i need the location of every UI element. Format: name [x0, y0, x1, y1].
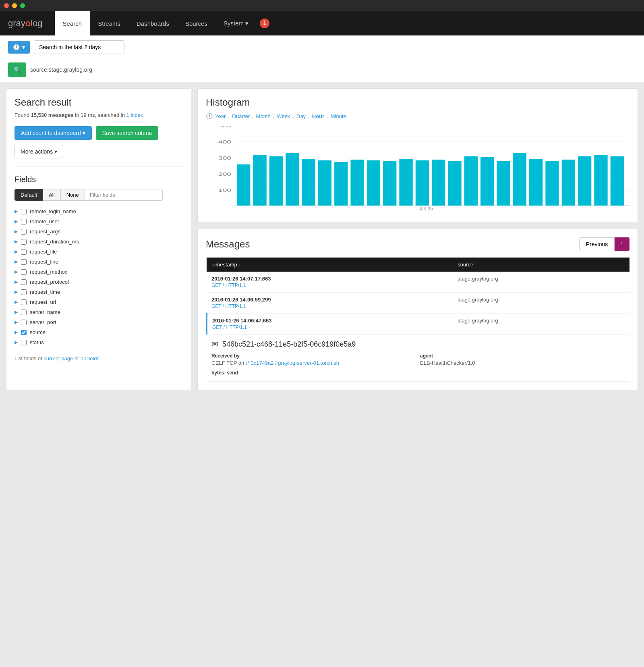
message-detail-cell: ✉ 546bc521-c468-11e5-b2f5-06c919f0e5a9 R… [207, 335, 630, 382]
svg-rect-16 [318, 160, 331, 206]
field-checkbox-request-args[interactable] [21, 229, 27, 235]
chevron-right-icon[interactable]: ▶ [14, 340, 18, 345]
brand-text-gray: gray [8, 18, 25, 29]
svg-rect-23 [432, 160, 445, 206]
svg-rect-31 [562, 160, 575, 206]
svg-rect-17 [334, 162, 348, 206]
field-label: request_method [30, 269, 68, 275]
chevron-right-icon[interactable]: ▶ [14, 310, 18, 315]
pagination: Previous 1 [579, 237, 630, 251]
field-checkbox-request-line[interactable] [21, 259, 27, 265]
source-column-header: source [453, 258, 630, 272]
field-label: request_file [30, 249, 57, 255]
field-checkbox-request-time[interactable] [21, 289, 27, 295]
list-item: ▶ remote_login_name [14, 206, 183, 216]
histo-month-link[interactable]: Month [256, 113, 271, 119]
field-checkbox-server-port[interactable] [21, 320, 27, 325]
field-label: request_duration_ms [30, 239, 79, 245]
chevron-right-icon[interactable]: ▶ [14, 279, 18, 285]
svg-rect-19 [367, 160, 380, 206]
chevron-right-icon[interactable]: ▶ [14, 249, 18, 254]
histo-quarter-link[interactable]: Quarter [232, 113, 250, 119]
message-link[interactable]: GET / HTTP/1.1 [211, 303, 448, 309]
timestamp-column-header[interactable]: Timestamp ↕ [207, 258, 453, 272]
nav-item-sources[interactable]: Sources [177, 11, 215, 35]
filter-fields-input[interactable] [85, 189, 163, 201]
chevron-right-icon[interactable]: ▶ [14, 239, 18, 244]
nav-item-system[interactable]: System ▾ [215, 11, 257, 35]
more-actions-button[interactable]: More actions ▾ [14, 145, 63, 158]
message-id-row: ✉ 546bc521-c468-11e5-b2f5-06c919f0e5a9 [211, 339, 625, 349]
minimize-dot[interactable] [12, 3, 17, 8]
bytes-send-item: bytes_send [211, 370, 416, 376]
agent-item: agent ELB-HealthChecker/1.0 [420, 353, 625, 366]
svg-rect-30 [545, 161, 559, 206]
current-page-link[interactable]: current page [43, 355, 73, 362]
add-count-button[interactable]: Add count to dashboard ▾ [14, 126, 92, 140]
list-item: ▶ server_name [14, 307, 183, 317]
filter-none-button[interactable]: None [61, 189, 85, 201]
chevron-right-icon[interactable]: ▶ [14, 289, 18, 295]
footer-text: List fields of [14, 355, 43, 362]
time-btn-arrow: ▾ [22, 44, 25, 50]
result-index-link[interactable]: 1 index [126, 112, 143, 118]
field-checkbox-server-name[interactable] [21, 310, 27, 315]
field-label: source [30, 329, 46, 335]
histo-week-link[interactable]: Week [277, 113, 290, 119]
field-checkbox-remote-login-name[interactable] [21, 209, 27, 214]
list-item: ▶ remote_user [14, 216, 183, 226]
time-range-button[interactable]: 🕐 ▾ [8, 41, 30, 54]
maximize-dot[interactable] [20, 3, 25, 8]
chevron-right-icon[interactable]: ▶ [14, 299, 18, 305]
chevron-right-icon[interactable]: ▶ [14, 320, 18, 325]
message-timestamp-cell: 2016-01-26 14:06:59.299 GET / HTTP/1.1 [207, 293, 453, 314]
chevron-right-icon[interactable]: ▶ [14, 330, 18, 335]
filter-all-button[interactable]: All [43, 189, 60, 201]
chevron-right-icon[interactable]: ▶ [14, 259, 18, 264]
result-meta-prefix: Found [14, 112, 31, 118]
chevron-right-icon[interactable]: ▶ [14, 229, 18, 234]
fields-list: ▶ remote_login_name ▶ remote_user ▶ requ… [14, 206, 183, 347]
chevron-right-icon[interactable]: ▶ [14, 269, 18, 274]
histo-hour-link[interactable]: Hour [312, 113, 324, 119]
svg-rect-24 [448, 161, 461, 206]
close-dot[interactable] [4, 3, 9, 8]
histo-year-link[interactable]: Year [215, 113, 226, 119]
field-checkbox-request-uri[interactable] [21, 299, 27, 305]
field-checkbox-request-duration-ms[interactable] [21, 239, 27, 245]
field-checkbox-request-file[interactable] [21, 249, 27, 255]
svg-rect-22 [416, 160, 429, 206]
received-by-link[interactable]: ℙ 3c1749a2 / graylog-server-01.torch.sh [246, 360, 339, 366]
main-content: Search result Found 15,530 messages in 1… [0, 82, 644, 396]
nav-item-dashboards[interactable]: Dashboards [128, 11, 177, 35]
message-timestamp-cell: 2016-01-26 14:07:17.663 GET / HTTP/1.1 [207, 272, 453, 293]
save-search-button[interactable]: Save search criteria [96, 126, 159, 140]
received-by-label: Received by [211, 353, 416, 359]
filter-default-button[interactable]: Default [14, 189, 43, 201]
list-item: ▶ request_method [14, 267, 183, 277]
time-range-select[interactable]: Search in the last 2 days Search in the … [34, 40, 124, 54]
previous-page-button[interactable]: Previous [579, 237, 615, 251]
histo-minute-link[interactable]: Minute [331, 113, 346, 119]
search-execute-button[interactable]: 🔍 [8, 62, 26, 77]
field-checkbox-request-method[interactable] [21, 269, 27, 275]
field-label: server_port [30, 319, 56, 325]
list-item: ▶ server_port [14, 317, 183, 327]
svg-rect-13 [269, 156, 283, 206]
message-link[interactable]: GET / HTTP/1.1 [211, 283, 448, 288]
field-checkbox-request-protocol[interactable] [21, 279, 27, 285]
chevron-right-icon[interactable]: ▶ [14, 219, 18, 224]
footer-or: or [73, 355, 81, 362]
field-checkbox-source[interactable] [21, 330, 27, 335]
svg-rect-34 [611, 156, 624, 206]
svg-rect-27 [497, 161, 510, 206]
chevron-right-icon[interactable]: ▶ [14, 209, 18, 214]
all-fields-link[interactable]: all fields [81, 355, 99, 362]
nav-item-streams[interactable]: Streams [90, 11, 128, 35]
histo-day-link[interactable]: Day [296, 113, 306, 119]
nav-item-search[interactable]: Search [55, 11, 90, 35]
brand-logo: grayolog [8, 18, 43, 29]
field-checkbox-remote-user[interactable] [21, 219, 27, 224]
message-link[interactable]: GET / HTTP/1.1 [212, 324, 448, 330]
field-checkbox-status[interactable] [21, 340, 27, 345]
